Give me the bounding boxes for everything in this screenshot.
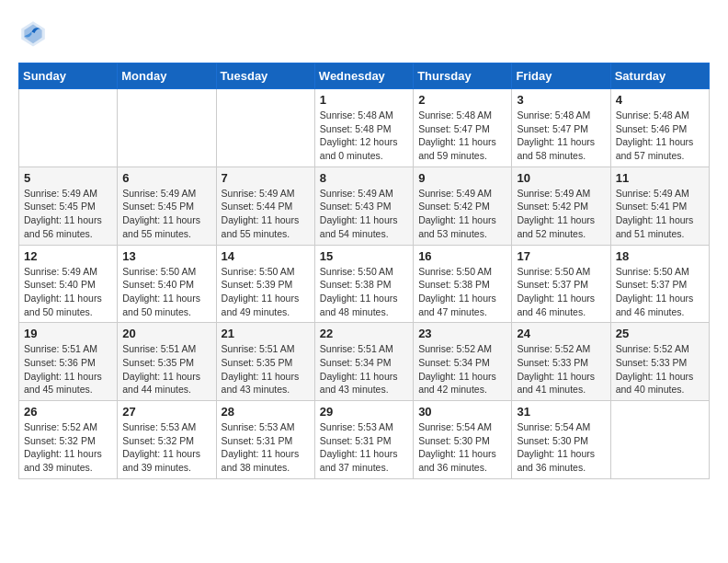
day-info: Sunrise: 5:48 AMSunset: 5:48 PMDaylight:… <box>320 109 408 163</box>
day-number: 19 <box>24 327 112 340</box>
calendar-cell: 6Sunrise: 5:49 AMSunset: 5:45 PMDaylight… <box>118 167 216 245</box>
day-info: Sunrise: 5:49 AMSunset: 5:41 PMDaylight:… <box>616 187 704 241</box>
calendar-cell: 7Sunrise: 5:49 AMSunset: 5:44 PMDaylight… <box>216 167 314 245</box>
day-number: 24 <box>517 327 605 340</box>
calendar-cell: 27Sunrise: 5:53 AMSunset: 5:32 PMDayligh… <box>118 401 216 479</box>
calendar-cell: 19Sunrise: 5:51 AMSunset: 5:36 PMDayligh… <box>19 323 118 401</box>
day-number: 1 <box>320 93 408 107</box>
day-number: 22 <box>320 327 408 340</box>
calendar-cell: 20Sunrise: 5:51 AMSunset: 5:35 PMDayligh… <box>118 323 216 401</box>
calendar-cell: 9Sunrise: 5:49 AMSunset: 5:42 PMDaylight… <box>414 167 512 245</box>
day-info: Sunrise: 5:51 AMSunset: 5:36 PMDaylight:… <box>24 342 112 396</box>
day-number: 30 <box>418 405 506 419</box>
day-number: 9 <box>418 171 506 185</box>
day-info: Sunrise: 5:51 AMSunset: 5:35 PMDaylight:… <box>222 342 310 396</box>
day-info: Sunrise: 5:48 AMSunset: 5:47 PMDaylight:… <box>418 109 506 163</box>
day-number: 13 <box>122 249 210 263</box>
day-number: 12 <box>24 249 112 263</box>
calendar-cell: 23Sunrise: 5:52 AMSunset: 5:34 PMDayligh… <box>414 323 512 401</box>
day-info: Sunrise: 5:52 AMSunset: 5:33 PMDaylight:… <box>517 342 605 396</box>
day-number: 26 <box>24 405 112 419</box>
day-number: 7 <box>222 171 310 185</box>
calendar-cell: 26Sunrise: 5:52 AMSunset: 5:32 PMDayligh… <box>19 401 118 479</box>
day-info: Sunrise: 5:54 AMSunset: 5:30 PMDaylight:… <box>517 420 605 475</box>
day-number: 6 <box>122 171 210 185</box>
day-info: Sunrise: 5:49 AMSunset: 5:45 PMDaylight:… <box>24 187 112 241</box>
day-info: Sunrise: 5:52 AMSunset: 5:33 PMDaylight:… <box>616 342 704 396</box>
day-number: 23 <box>418 327 506 340</box>
day-info: Sunrise: 5:52 AMSunset: 5:32 PMDaylight:… <box>24 420 112 475</box>
day-number: 3 <box>517 93 605 107</box>
day-info: Sunrise: 5:49 AMSunset: 5:43 PMDaylight:… <box>320 187 408 241</box>
weekday-header-sunday: Sunday <box>19 63 118 89</box>
day-number: 17 <box>517 249 605 263</box>
day-number: 29 <box>320 405 408 419</box>
day-number: 21 <box>222 327 310 340</box>
calendar-cell: 25Sunrise: 5:52 AMSunset: 5:33 PMDayligh… <box>610 323 709 401</box>
calendar-cell: 4Sunrise: 5:48 AMSunset: 5:46 PMDaylight… <box>610 89 709 167</box>
day-info: Sunrise: 5:49 AMSunset: 5:40 PMDaylight:… <box>24 265 112 319</box>
day-info: Sunrise: 5:49 AMSunset: 5:42 PMDaylight:… <box>418 187 506 241</box>
calendar-cell: 18Sunrise: 5:50 AMSunset: 5:37 PMDayligh… <box>610 245 709 323</box>
day-info: Sunrise: 5:53 AMSunset: 5:31 PMDaylight:… <box>320 420 408 475</box>
calendar-cell: 10Sunrise: 5:49 AMSunset: 5:42 PMDayligh… <box>512 167 610 245</box>
day-info: Sunrise: 5:50 AMSunset: 5:37 PMDaylight:… <box>517 265 605 319</box>
day-info: Sunrise: 5:49 AMSunset: 5:45 PMDaylight:… <box>122 187 210 241</box>
weekday-header-monday: Monday <box>118 63 216 89</box>
calendar-cell: 28Sunrise: 5:53 AMSunset: 5:31 PMDayligh… <box>216 401 314 479</box>
day-number: 18 <box>616 249 704 263</box>
calendar-cell: 1Sunrise: 5:48 AMSunset: 5:48 PMDaylight… <box>314 89 413 167</box>
calendar-cell: 8Sunrise: 5:49 AMSunset: 5:43 PMDaylight… <box>314 167 413 245</box>
calendar-body: 1Sunrise: 5:48 AMSunset: 5:48 PMDaylight… <box>19 89 710 479</box>
calendar-cell: 31Sunrise: 5:54 AMSunset: 5:30 PMDayligh… <box>512 401 610 479</box>
calendar-cell <box>19 89 118 167</box>
day-info: Sunrise: 5:51 AMSunset: 5:34 PMDaylight:… <box>320 342 408 396</box>
day-info: Sunrise: 5:52 AMSunset: 5:34 PMDaylight:… <box>418 342 506 396</box>
weekday-header-thursday: Thursday <box>414 63 512 89</box>
weekday-header-saturday: Saturday <box>610 63 709 89</box>
day-number: 2 <box>418 93 506 107</box>
day-info: Sunrise: 5:50 AMSunset: 5:37 PMDaylight:… <box>616 265 704 319</box>
day-number: 8 <box>320 171 408 185</box>
day-info: Sunrise: 5:50 AMSunset: 5:38 PMDaylight:… <box>418 265 506 319</box>
calendar-cell: 30Sunrise: 5:54 AMSunset: 5:30 PMDayligh… <box>414 401 512 479</box>
day-number: 4 <box>616 93 704 107</box>
weekday-header-wednesday: Wednesday <box>314 63 413 89</box>
calendar-cell: 13Sunrise: 5:50 AMSunset: 5:40 PMDayligh… <box>118 245 216 323</box>
day-info: Sunrise: 5:53 AMSunset: 5:32 PMDaylight:… <box>122 420 210 475</box>
day-info: Sunrise: 5:48 AMSunset: 5:46 PMDaylight:… <box>616 109 704 163</box>
day-number: 20 <box>122 327 210 340</box>
calendar-cell: 17Sunrise: 5:50 AMSunset: 5:37 PMDayligh… <box>512 245 610 323</box>
calendar-cell: 22Sunrise: 5:51 AMSunset: 5:34 PMDayligh… <box>314 323 413 401</box>
day-info: Sunrise: 5:50 AMSunset: 5:39 PMDaylight:… <box>222 265 310 319</box>
calendar-cell: 15Sunrise: 5:50 AMSunset: 5:38 PMDayligh… <box>314 245 413 323</box>
week-row-0: 1Sunrise: 5:48 AMSunset: 5:48 PMDaylight… <box>19 89 710 167</box>
logo-icon <box>18 18 48 48</box>
weekday-header-row: SundayMondayTuesdayWednesdayThursdayFrid… <box>19 63 710 89</box>
day-number: 25 <box>616 327 704 340</box>
week-row-1: 5Sunrise: 5:49 AMSunset: 5:45 PMDaylight… <box>19 167 710 245</box>
calendar-cell <box>216 89 314 167</box>
calendar-cell: 24Sunrise: 5:52 AMSunset: 5:33 PMDayligh… <box>512 323 610 401</box>
day-info: Sunrise: 5:51 AMSunset: 5:35 PMDaylight:… <box>122 342 210 396</box>
day-info: Sunrise: 5:48 AMSunset: 5:47 PMDaylight:… <box>517 109 605 163</box>
day-number: 15 <box>320 249 408 263</box>
weekday-header-friday: Friday <box>512 63 610 89</box>
calendar-cell: 11Sunrise: 5:49 AMSunset: 5:41 PMDayligh… <box>610 167 709 245</box>
day-info: Sunrise: 5:49 AMSunset: 5:44 PMDaylight:… <box>222 187 310 241</box>
calendar-cell: 5Sunrise: 5:49 AMSunset: 5:45 PMDaylight… <box>19 167 118 245</box>
day-number: 10 <box>517 171 605 185</box>
day-info: Sunrise: 5:50 AMSunset: 5:40 PMDaylight:… <box>122 265 210 319</box>
day-number: 28 <box>222 405 310 419</box>
day-info: Sunrise: 5:54 AMSunset: 5:30 PMDaylight:… <box>418 420 506 475</box>
week-row-3: 19Sunrise: 5:51 AMSunset: 5:36 PMDayligh… <box>19 323 710 401</box>
calendar-cell: 16Sunrise: 5:50 AMSunset: 5:38 PMDayligh… <box>414 245 512 323</box>
calendar-cell: 12Sunrise: 5:49 AMSunset: 5:40 PMDayligh… <box>19 245 118 323</box>
calendar-cell: 3Sunrise: 5:48 AMSunset: 5:47 PMDaylight… <box>512 89 610 167</box>
day-number: 31 <box>517 405 605 419</box>
day-number: 16 <box>418 249 506 263</box>
week-row-4: 26Sunrise: 5:52 AMSunset: 5:32 PMDayligh… <box>19 401 710 479</box>
calendar-cell: 2Sunrise: 5:48 AMSunset: 5:47 PMDaylight… <box>414 89 512 167</box>
day-number: 14 <box>222 249 310 263</box>
calendar-cell <box>610 401 709 479</box>
